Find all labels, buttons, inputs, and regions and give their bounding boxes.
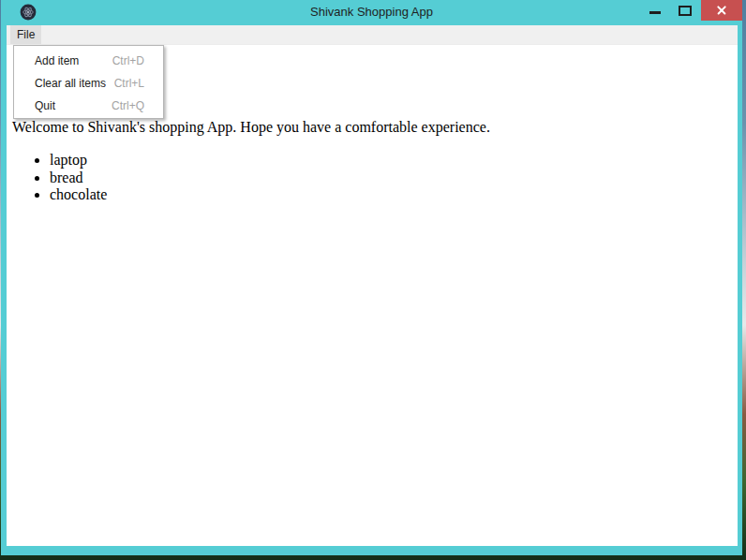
menu-item-shortcut: Ctrl+Q [112, 99, 144, 112]
maximize-icon [679, 6, 692, 16]
menubar: File [7, 25, 738, 45]
menu-item-quit[interactable]: Quit Ctrl+Q [14, 95, 163, 117]
maximize-button[interactable] [669, 0, 701, 24]
content-area: Welcome to Shivank's shopping App. Hope … [7, 45, 738, 546]
window-controls [641, 0, 742, 25]
menu-item-add-item[interactable]: Add item Ctrl+D [14, 50, 163, 72]
menu-item-shortcut: Ctrl+D [112, 54, 144, 67]
list-item: laptop [50, 152, 728, 169]
menu-file[interactable]: File [10, 25, 41, 44]
menu-item-clear-all-items[interactable]: Clear all items Ctrl+L [14, 72, 163, 95]
list-item: chocolate [50, 186, 728, 204]
window-title: Shivank Shopping App [1, 0, 742, 24]
close-icon [716, 5, 727, 16]
minimize-icon [649, 11, 661, 14]
minimize-button[interactable] [641, 0, 669, 24]
close-button[interactable] [701, 0, 742, 21]
menu-item-label: Add item [35, 54, 79, 67]
file-menu-dropdown: Add item Ctrl+D Clear all items Ctrl+L Q… [13, 45, 164, 119]
menu-item-shortcut: Ctrl+L [114, 77, 144, 90]
welcome-text: Welcome to Shivank's shopping App. Hope … [12, 119, 728, 136]
titlebar[interactable]: Shivank Shopping App [1, 0, 742, 25]
menu-item-label: Clear all items [35, 77, 106, 90]
menu-item-label: Quit [35, 99, 55, 112]
list-item: bread [50, 169, 728, 187]
shopping-list: laptop bread chocolate [12, 152, 728, 204]
